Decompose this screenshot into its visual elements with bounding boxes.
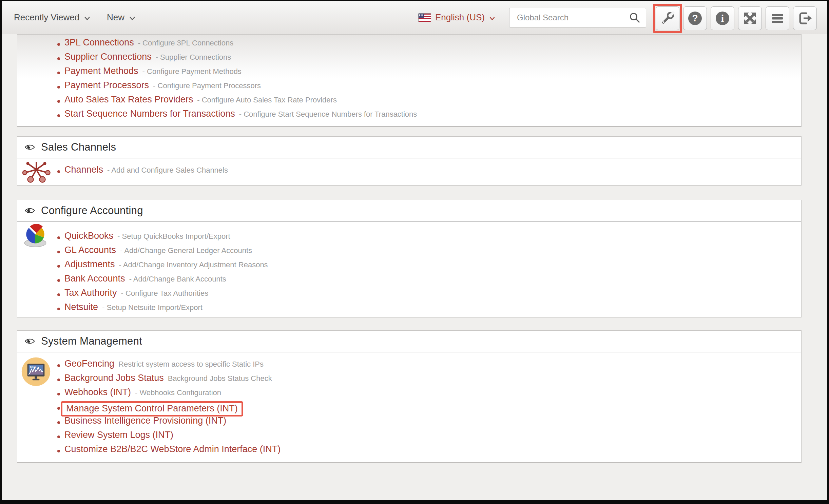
link-description: - Configure Auto Sales Tax Rate Provider… <box>197 96 337 104</box>
settings-link[interactable]: Business Intelligence Provisioning (INT) <box>64 415 226 426</box>
link-description: - Add/Change Bank Accounts <box>129 275 226 284</box>
search-input[interactable] <box>516 13 629 23</box>
settings-link[interactable]: Bank Accounts <box>64 273 125 284</box>
channels-hub-icon <box>21 160 51 183</box>
settings-link[interactable]: Payment Methods <box>64 66 138 76</box>
main-menu-button[interactable] <box>766 6 789 30</box>
bullet-icon <box>57 251 60 253</box>
info-icon: i <box>714 10 731 26</box>
settings-link[interactable]: Review System Logs (INT) <box>64 430 173 440</box>
svg-text:90: 90 <box>30 366 33 369</box>
settings-link[interactable]: Customize B2B/B2C WebStore Admin Interfa… <box>64 444 281 454</box>
bullet-icon <box>57 114 60 117</box>
bullet-icon <box>57 308 60 310</box>
chevron-down-icon <box>83 16 91 21</box>
settings-link[interactable]: Adjustments <box>64 259 115 270</box>
section-header: Configure Accounting <box>17 200 801 222</box>
language-label: English (US) <box>435 12 485 23</box>
list-item: 3PL Connections - Configure 3PL Connecti… <box>17 37 801 52</box>
bullet-icon <box>57 57 60 60</box>
logout-button[interactable] <box>793 6 817 30</box>
content-area: 3PL Connections - Configure 3PL Connecti… <box>2 34 827 463</box>
link-description: - Configure Tax Authorities <box>121 289 209 298</box>
system-monitor-icon: 90 ♥ <box>21 356 51 387</box>
list-item: Supplier Connections - Supplier Connecti… <box>17 52 801 66</box>
settings-link[interactable]: Tax Authority <box>64 288 117 298</box>
settings-link[interactable]: Channels <box>64 164 103 175</box>
chevron-down-icon <box>489 16 496 21</box>
settings-link[interactable]: GeoFencing <box>64 358 114 369</box>
link-description: - Setup QuickBooks Import/Export <box>117 232 230 241</box>
section-body: Channels - Add and Configure Sales Chann… <box>17 158 801 185</box>
list-item: Adjustments - Add/Change Inventory Adjus… <box>17 259 801 273</box>
list-item: QuickBooks - Setup QuickBooks Import/Exp… <box>17 231 801 245</box>
new-dropdown[interactable]: New <box>107 1 136 34</box>
section-card-configure-accounting: Configure Accounting QuickB <box>17 200 802 317</box>
svg-text:?: ? <box>692 13 698 23</box>
svg-text:♥: ♥ <box>33 366 36 369</box>
settings-link[interactable]: 3PL Connections <box>64 37 134 48</box>
eye-icon <box>25 144 35 151</box>
settings-link[interactable]: Start Sequence Numbers for Transactions <box>64 109 235 119</box>
system-management-link-list: GeoFencing Restrict system access to spe… <box>17 358 801 458</box>
section-card-system-management: System Management 90 ♥ <box>17 330 802 463</box>
fullscreen-button[interactable] <box>738 6 762 30</box>
section-header: System Management <box>17 331 801 352</box>
settings-link[interactable]: Webhooks (INT) <box>64 387 131 398</box>
bullet-icon <box>57 100 60 103</box>
section-card-connections: 3PL Connections - Configure 3PL Connecti… <box>17 34 802 127</box>
section-header: Sales Channels <box>17 137 801 158</box>
bullet-icon <box>57 72 60 74</box>
list-item: Bank Accounts - Add/Change Bank Accounts <box>17 273 801 288</box>
bullet-icon <box>57 265 60 268</box>
expand-arrows-icon <box>742 10 758 26</box>
help-button[interactable]: ? <box>683 6 707 30</box>
settings-link[interactable]: Auto Sales Tax Rates Providers <box>64 94 193 105</box>
settings-link[interactable]: Manage System Control Parameters (INT) <box>61 401 243 416</box>
recently-viewed-label: Recently Viewed <box>14 12 79 23</box>
logout-icon <box>797 10 813 26</box>
settings-link[interactable]: Netsuite <box>64 302 98 312</box>
settings-link[interactable]: GL Accounts <box>64 245 116 255</box>
app-viewport: Recently Viewed New English (US) <box>2 1 827 500</box>
list-item: GL Accounts - Add/Change General Ledger … <box>17 245 801 259</box>
list-item: GeoFencing Restrict system access to spe… <box>17 358 801 373</box>
settings-wrench-button[interactable] <box>656 6 679 30</box>
bullet-icon <box>57 293 60 296</box>
bullet-icon <box>57 435 60 438</box>
list-item: Webhooks (INT) - Webhooks Configuration <box>17 387 801 401</box>
toolbar-button-group: ? i <box>656 6 817 30</box>
list-item: Business Intelligence Provisioning (INT) <box>17 415 801 430</box>
section-card-sales-channels: Sales Channels <box>17 136 802 186</box>
help-icon: ? <box>687 10 703 26</box>
top-nav-bar: Recently Viewed New English (US) <box>2 1 827 34</box>
section-body: 90 ♥ GeoFencing Restrict system access t… <box>17 352 801 462</box>
list-item: Payment Processors - Configure Payment P… <box>17 80 801 94</box>
list-item: Start Sequence Numbers for Transactions … <box>17 109 801 123</box>
settings-link[interactable]: Background Jobs Status <box>64 373 164 383</box>
section-title: Sales Channels <box>41 141 116 153</box>
link-description: - Setup Netsuite Import/Export <box>102 303 203 312</box>
language-dropdown[interactable]: English (US) <box>418 1 496 34</box>
bullet-icon <box>57 86 60 89</box>
info-button[interactable]: i <box>711 6 734 30</box>
menu-icon <box>769 10 786 26</box>
link-description: Background Jobs Status Check <box>168 374 272 383</box>
list-item: Review System Logs (INT) <box>17 430 801 444</box>
link-description: - Configure Start Sequence Numbers for T… <box>239 110 417 119</box>
svg-text:i: i <box>721 13 724 24</box>
section-body: QuickBooks - Setup QuickBooks Import/Exp… <box>17 222 801 317</box>
configure-accounting-link-list: QuickBooks - Setup QuickBooks Import/Exp… <box>17 231 801 316</box>
bullet-icon <box>57 379 60 381</box>
link-description: - Supplier Connections <box>156 53 231 62</box>
list-item: Netsuite - Setup Netsuite Import/Export <box>17 302 801 316</box>
recently-viewed-dropdown[interactable]: Recently Viewed <box>14 1 91 34</box>
settings-link[interactable]: Payment Processors <box>64 80 149 91</box>
wrench-icon <box>659 10 676 26</box>
bullet-icon <box>57 364 60 367</box>
bottom-frame-bar <box>0 500 829 504</box>
settings-link[interactable]: Supplier Connections <box>64 52 152 62</box>
quickbooks-pie-icon <box>22 222 49 249</box>
settings-link[interactable]: QuickBooks <box>64 231 113 241</box>
section-title: System Management <box>41 335 142 347</box>
